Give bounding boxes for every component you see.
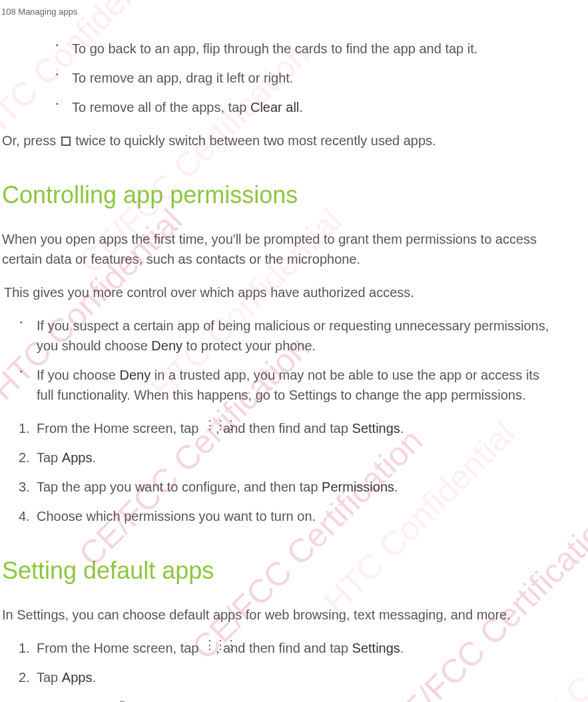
text: Tap xyxy=(37,699,62,703)
step-number: 2. xyxy=(19,448,30,468)
list-item-text: To go back to an app, flip through the c… xyxy=(72,41,477,56)
text: . xyxy=(394,480,398,494)
text: . xyxy=(92,450,96,465)
step-item: 3. Tap > Configure apps. xyxy=(0,697,555,703)
bold-label: Deny xyxy=(151,338,182,353)
heading-setting-default-apps: Setting default apps xyxy=(0,553,555,589)
apps-grid-icon xyxy=(204,424,214,434)
text: . xyxy=(400,641,404,655)
bold-label: Permissions xyxy=(322,480,394,494)
step-item: 2. Tap Apps. xyxy=(0,667,555,687)
text: Tap xyxy=(37,670,62,685)
step-number: 1. xyxy=(19,638,30,658)
text: > xyxy=(79,699,95,703)
bold-label: Settings xyxy=(352,421,400,436)
list-item: If you suspect a certain app of being ma… xyxy=(0,316,555,356)
text: From the Home screen, tap xyxy=(37,641,202,655)
apps-grid-icon xyxy=(204,643,214,654)
step-item: 4. Choose which permissions you want to … xyxy=(0,506,555,526)
steps-setting-default-apps: 1. From the Home screen, tap , and then … xyxy=(0,638,555,703)
bold-label: Configure apps xyxy=(95,699,185,703)
bullet-list-permissions-info: If you suspect a certain app of being ma… xyxy=(0,316,555,405)
bold-label: Settings xyxy=(352,641,400,655)
recent-apps-icon xyxy=(61,137,71,146)
text: Tap the app you want to configure, and t… xyxy=(37,480,322,494)
text: From the Home screen, tap xyxy=(37,421,202,436)
paragraph: This gives you more control over which a… xyxy=(0,282,555,302)
steps-controlling-permissions: 1. From the Home screen, tap , and then … xyxy=(0,418,555,526)
step-item: 3. Tap the app you want to configure, an… xyxy=(0,477,555,497)
paragraph: In Settings, you can choose default apps… xyxy=(0,605,555,625)
bullet-list-recent-apps: To go back to an app, flip through the c… xyxy=(0,39,555,117)
paragraph-or-press: Or, press twice to quickly switch betwee… xyxy=(0,131,555,151)
text: . xyxy=(299,100,303,115)
step-number: 4. xyxy=(19,506,30,526)
bold-label: Clear all xyxy=(250,100,299,115)
text: . xyxy=(184,699,188,703)
step-number: 2. xyxy=(19,667,30,687)
paragraph: When you open apps the first time, you'l… xyxy=(0,229,555,269)
text: , and then find and tap xyxy=(216,421,352,436)
step-number: 3. xyxy=(19,477,30,497)
page-header: 108 Managing apps xyxy=(0,5,588,19)
list-item: To remove all of the apps, tap Clear all… xyxy=(0,97,555,117)
list-item: To go back to an app, flip through the c… xyxy=(0,39,555,59)
step-item: 2. Tap Apps. xyxy=(0,448,555,468)
page-content: To go back to an app, flip through the c… xyxy=(0,39,588,703)
text: Tap xyxy=(37,450,62,465)
step-number: 3. xyxy=(19,697,30,703)
text: Or, press xyxy=(2,133,60,148)
bold-label: Deny xyxy=(120,368,151,382)
bold-label: Apps xyxy=(62,670,93,685)
overflow-menu-icon xyxy=(65,697,77,702)
text: to protect your phone. xyxy=(182,338,316,353)
step-item: 1. From the Home screen, tap , and then … xyxy=(0,638,555,658)
text: Choose which permissions you want to tur… xyxy=(37,509,316,524)
text: . xyxy=(92,670,96,685)
step-number: 1. xyxy=(19,418,30,438)
text: If you choose xyxy=(37,368,120,382)
text: twice to quickly switch between two most… xyxy=(72,133,436,148)
bold-label: Apps xyxy=(62,450,93,465)
text: , and then find and tap xyxy=(216,641,352,655)
heading-controlling-permissions: Controlling app permissions xyxy=(0,177,555,213)
step-item: 1. From the Home screen, tap , and then … xyxy=(0,418,555,438)
list-item: To remove an app, drag it left or right. xyxy=(0,68,555,88)
list-item-text: To remove an app, drag it left or right. xyxy=(72,71,293,85)
list-item: If you choose Deny in a trusted app, you… xyxy=(0,365,555,405)
text: . xyxy=(400,421,404,436)
list-item-text: To remove all of the apps, tap xyxy=(72,100,250,115)
